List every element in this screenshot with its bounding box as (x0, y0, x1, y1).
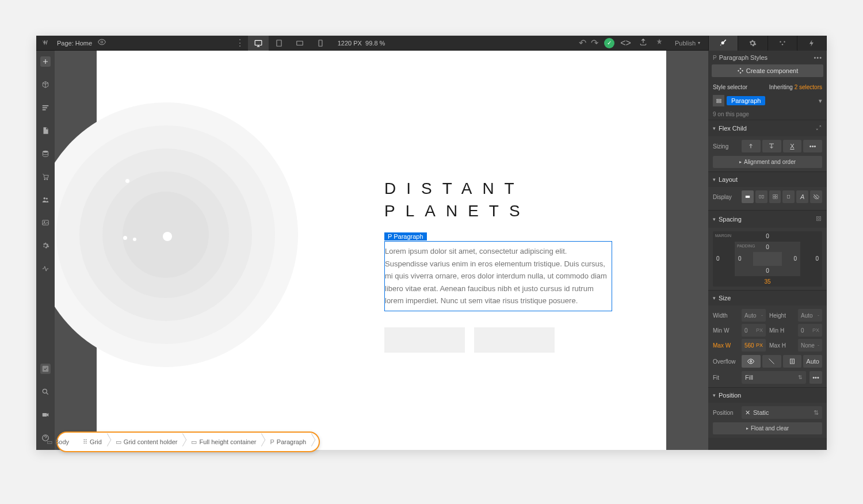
cms-icon[interactable] (40, 148, 51, 159)
svg-point-17 (44, 222, 45, 223)
size-section-header[interactable]: ▾Size (708, 291, 827, 306)
device-tablet-landscape-button[interactable] (289, 36, 310, 51)
breadcrumb-grid-content[interactable]: ▭Grid content holder (111, 435, 187, 449)
minw-input[interactable]: 0PX (742, 324, 766, 337)
svg-rect-1 (255, 40, 262, 45)
button-placeholder[interactable] (384, 327, 465, 353)
panel-more-icon[interactable]: ••• (814, 54, 822, 61)
more-options-icon[interactable]: ⋮ (235, 37, 245, 48)
effects-tab[interactable] (797, 36, 827, 51)
inheriting-link[interactable]: 2 selectors (795, 84, 822, 90)
overflow-hidden-button[interactable] (762, 355, 781, 368)
breadcrumb-body[interactable]: ▭Body (36, 435, 78, 449)
sizing-more-button[interactable]: ••• (803, 140, 822, 152)
audit-icon[interactable] (655, 38, 663, 48)
display-none-button[interactable] (810, 190, 822, 203)
create-component-button[interactable]: Create component (712, 64, 823, 77)
svg-point-6 (781, 44, 782, 45)
viewport-info[interactable]: 1220 PX 99.8 % (338, 40, 385, 47)
fit-select[interactable]: Fill⇅ (742, 371, 806, 384)
ecommerce-icon[interactable] (40, 171, 51, 182)
breadcrumb-grid[interactable]: ⠿Grid (78, 435, 111, 449)
float-clear-button[interactable]: ▸Float and clear (713, 422, 822, 434)
add-element-icon[interactable] (40, 56, 51, 67)
svg-point-19 (43, 389, 47, 393)
spacing-editor[interactable]: MARGIN PADDING 0 0 0 0 0 0 0 35 (713, 231, 822, 287)
orbit-decoration (55, 102, 298, 367)
svg-point-7 (784, 41, 785, 43)
selector-dropdown-icon[interactable]: ▾ (819, 97, 822, 105)
selector-tag[interactable]: Paragraph (727, 96, 765, 105)
settings-tab[interactable] (738, 36, 767, 51)
svg-point-11 (43, 151, 48, 153)
code-icon[interactable]: <> (620, 38, 631, 48)
maxh-input[interactable]: None- (798, 339, 822, 352)
overflow-auto-button[interactable]: Auto (803, 355, 822, 368)
width-input[interactable]: Auto- (742, 309, 766, 322)
overflow-visible-button[interactable] (742, 355, 761, 368)
preview-icon[interactable] (98, 38, 106, 48)
display-block-button[interactable] (742, 190, 754, 203)
style-tab[interactable] (709, 36, 738, 51)
sizing-shrink-button[interactable] (742, 140, 761, 152)
undo-icon[interactable]: ↶ (579, 37, 586, 48)
components-icon[interactable] (40, 79, 51, 90)
position-select[interactable]: ✕Static⇅ (742, 406, 822, 419)
flex-child-section-header[interactable]: ▾Flex Child (708, 120, 827, 136)
export-icon[interactable] (639, 38, 647, 48)
paragraph-element[interactable]: Lorem ipsum dolor sit amet, consectetur … (384, 241, 612, 311)
webflow-logo-icon[interactable] (41, 38, 51, 48)
breadcrumb-bar: ▭Body ⠿Grid ▭Grid content holder ▭Full h… (36, 434, 708, 450)
reset-icon[interactable] (815, 124, 822, 132)
device-desktop-button[interactable] (248, 36, 269, 51)
users-icon[interactable] (40, 194, 51, 205)
display-inline-button[interactable]: A (796, 190, 808, 203)
breadcrumb-container[interactable]: ▭Full height container (186, 435, 265, 449)
canvas-area[interactable]: DISTANT PLANETS P Paragraph Lorem ipsum … (55, 51, 708, 450)
publish-button[interactable]: Publish▾ (671, 40, 704, 47)
spacing-section-header[interactable]: ▾Spacing (708, 211, 827, 228)
audit-icon[interactable] (40, 264, 51, 274)
settings-icon[interactable] (40, 240, 51, 251)
svg-point-15 (46, 198, 48, 200)
publish-status-icon[interactable]: ✓ (604, 38, 614, 48)
selector-type-icon[interactable] (713, 95, 724, 106)
minh-input[interactable]: 0PX (798, 324, 822, 337)
style-panel: P Paragraph Styles ••• Create component … (708, 51, 827, 450)
heading[interactable]: DISTANT PLANETS (384, 177, 614, 222)
checklist-icon[interactable] (40, 364, 51, 374)
breadcrumb-paragraph[interactable]: PParagraph (265, 435, 315, 449)
button-placeholder[interactable] (474, 327, 555, 353)
page-selector[interactable]: Page: Home (57, 40, 92, 47)
layout-section-header[interactable]: ▾Layout (708, 172, 827, 187)
device-tablet-button[interactable] (269, 36, 289, 51)
navigator-icon[interactable] (40, 102, 51, 113)
device-mobile-button[interactable] (310, 36, 331, 51)
video-icon[interactable] (40, 410, 51, 420)
height-input[interactable]: Auto- (798, 309, 822, 322)
sizing-none-button[interactable]: X (783, 140, 802, 152)
fit-more-button[interactable]: ••• (809, 371, 822, 384)
maxw-input[interactable]: 560PX (742, 339, 766, 352)
spacing-expand-icon[interactable] (815, 215, 822, 224)
display-flex-button[interactable] (755, 190, 767, 203)
sizing-grow-button[interactable] (762, 140, 781, 152)
svg-rect-29 (773, 197, 774, 198)
search-icon[interactable] (40, 387, 51, 397)
position-section-header[interactable]: ▾Position (708, 388, 827, 403)
redo-icon[interactable]: ↷ (591, 37, 598, 48)
svg-rect-8 (43, 105, 49, 106)
display-grid-button[interactable] (769, 190, 781, 203)
svg-point-14 (44, 197, 46, 200)
pages-icon[interactable] (40, 125, 51, 136)
display-inline-block-button[interactable] (782, 190, 795, 203)
svg-rect-23 (716, 101, 720, 102)
svg-point-12 (44, 179, 45, 180)
svg-rect-10 (43, 109, 46, 110)
assets-icon[interactable] (40, 217, 51, 228)
overflow-scroll-button[interactable] (783, 355, 802, 368)
alignment-order-button[interactable]: ▸Alignment and order (713, 156, 822, 168)
interactions-tab[interactable] (768, 36, 797, 51)
canvas[interactable]: DISTANT PLANETS P Paragraph Lorem ipsum … (97, 51, 666, 450)
svg-rect-32 (817, 217, 821, 221)
